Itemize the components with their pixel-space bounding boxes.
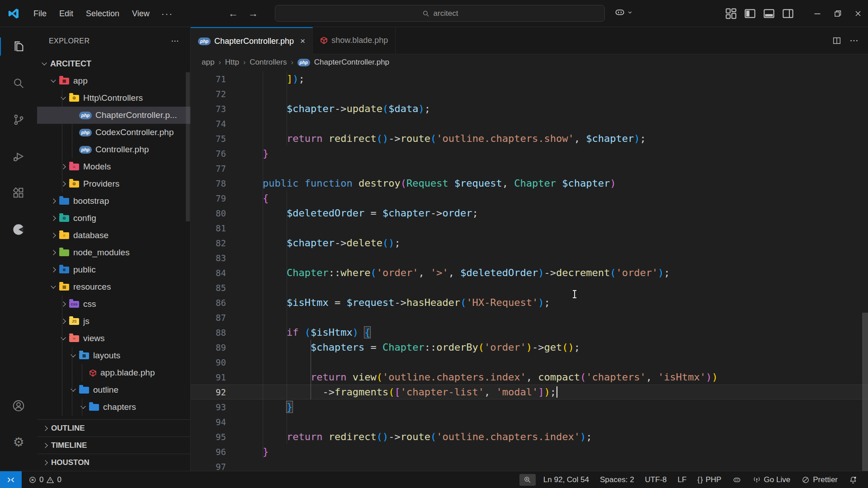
line-number[interactable]: 93 [191,402,226,412]
code-line-88[interactable]: 88 if ($isHtmx) { [191,325,868,340]
line-number[interactable]: 82 [191,238,226,248]
code-line-75[interactable]: 75 return redirect()->route('outline.cha… [191,131,868,146]
tab-show-blade-php[interactable]: show.blade.php [313,27,396,54]
nav-forward-button[interactable]: → [248,8,258,19]
line-number[interactable]: 95 [191,432,226,442]
code-line-92[interactable]: 92 ->fragments(['chapter-list', 'modal']… [191,385,868,399]
tree-item-resources[interactable]: ▤resources [37,278,190,296]
menu-more-button[interactable]: ··· [156,6,179,22]
line-number[interactable]: 76 [191,149,226,159]
code-line-81[interactable]: 81 [191,221,868,235]
line-number[interactable]: 96 [191,447,226,457]
tree-item-css[interactable]: csscss [37,296,190,313]
code-line-91[interactable]: 91 return view('outline.chapters.index',… [191,370,868,385]
code-line-83[interactable]: 83 [191,250,868,265]
code-line-71[interactable]: 71 ]); [191,71,868,86]
line-number[interactable]: 81 [191,223,226,233]
line-number[interactable]: 84 [191,268,226,278]
code-line-86[interactable]: 86 $isHtmx = $request->hasHeader('HX-Req… [191,295,868,310]
tree-item-bootstrap[interactable]: bootstrap [37,192,190,210]
status-prettier[interactable]: Prettier [798,474,841,485]
editor-scrollbar[interactable] [862,313,868,471]
breadcrumb-item-file[interactable]: ChapterController.php [314,58,389,67]
tree-item-public[interactable]: ⊕public [37,261,190,278]
menu-edit[interactable]: Edit [53,6,80,21]
line-number[interactable]: 86 [191,298,226,308]
command-center-search[interactable]: arcitect [275,5,605,22]
tree-item-layouts[interactable]: ▦layouts [37,347,190,364]
status-zoom-indicator[interactable] [519,474,536,486]
tree-item-app[interactable]: ▦app [37,72,190,89]
code-line-78[interactable]: 78 public function destroy(Request $requ… [191,176,868,191]
line-number[interactable]: 90 [191,357,226,367]
code-line-85[interactable]: 85 [191,280,868,295]
problems-indicator[interactable]: 0 0 [28,475,61,484]
tree-item-codexcontroller-php[interactable]: phpCodexController.php [37,124,190,141]
tree-root-arcitect[interactable]: ARCITECT [37,55,190,72]
tree-item-node-modules[interactable]: node_modules [37,244,190,261]
line-number[interactable]: 94 [191,417,226,427]
search-icon[interactable] [0,72,37,94]
code-line-76[interactable]: 76 } [191,146,868,161]
breadcrumb-item-controllers[interactable]: Controllers [250,58,287,67]
toggle-secondary-sidebar-icon[interactable] [781,7,795,20]
status-encoding[interactable]: UTF-8 [642,474,670,485]
line-number[interactable]: 85 [191,283,226,293]
line-number[interactable]: 78 [191,178,226,188]
tree-item-outline[interactable]: outline [37,381,190,399]
tree-item-app-blade-php[interactable]: app.blade.php [37,364,190,381]
line-number[interactable]: 88 [191,328,226,338]
code-line-82[interactable]: 82 $chapter->delete(); [191,235,868,250]
sidebar-section-timeline[interactable]: TIMELINE [37,436,190,454]
status-language[interactable]: { }PHP [694,474,725,485]
code-line-79[interactable]: 79 { [191,191,868,206]
code-line-96[interactable]: 96 } [191,444,868,459]
tree-item-chaptercontroller-p[interactable]: phpChapterController.p... [37,107,190,124]
ellipsis-icon[interactable] [170,37,179,46]
close-icon[interactable] [848,0,868,27]
tree-item-js[interactable]: JSjs [37,313,190,330]
status-go-live[interactable]: Go Live [749,474,794,485]
status-eol[interactable]: LF [675,474,690,485]
copilot-button[interactable] [614,6,633,18]
code-line-72[interactable]: 72 [191,86,868,101]
breadcrumb[interactable]: app›Http›Controllers›phpChapterControlle… [191,54,868,70]
line-number[interactable]: 87 [191,313,226,323]
sidebar-section-houston[interactable]: HOUSTON [37,454,190,471]
line-number[interactable]: 77 [191,164,226,174]
explorer-icon[interactable] [0,36,37,57]
sidebar-scrollbar[interactable] [186,72,190,221]
tree-item-views[interactable]: ‹›views [37,330,190,347]
toggle-panel-icon[interactable] [762,7,776,20]
settings-icon[interactable]: ⚙ [0,432,37,453]
tab-chaptercontroller-php[interactable]: phpChapterController.php× [191,27,313,54]
restore-icon[interactable] [827,0,848,27]
status-indentation[interactable]: Spaces: 2 [597,474,637,485]
status-notifications[interactable] [845,474,861,485]
accounts-icon[interactable] [0,395,37,417]
menu-file[interactable]: File [27,6,53,21]
tree-item-config[interactable]: ⚙config [37,210,190,227]
code-line-87[interactable]: 87 [191,310,868,325]
breadcrumb-item-app[interactable]: app [202,58,214,67]
code-editor[interactable]: 71 ]);7273 $chapter->update($data);7475 … [191,70,868,471]
tree-item-http-controllers[interactable]: ⚙Http\Controllers [37,89,190,107]
tree-item-providers[interactable]: ⚙Providers [37,175,190,192]
close-icon[interactable]: × [300,36,305,46]
code-line-97[interactable]: 97 [191,459,868,471]
code-line-94[interactable]: 94 [191,414,868,429]
code-line-89[interactable]: 89 $chapters = Chapter::orderBy('order')… [191,340,868,355]
tree-item-database[interactable]: ≡database [37,227,190,244]
line-number[interactable]: 79 [191,193,226,203]
source-control-icon[interactable] [0,109,37,131]
nav-back-button[interactable]: ← [228,8,238,19]
tree-item-controller-php[interactable]: phpController.php [37,141,190,158]
line-number[interactable]: 75 [191,134,226,144]
remote-indicator[interactable] [0,471,22,488]
menu-view[interactable]: View [126,6,156,21]
minimize-icon[interactable] [807,0,827,27]
code-line-73[interactable]: 73 $chapter->update($data); [191,101,868,116]
split-editor-icon[interactable] [832,36,842,46]
breadcrumb-item-http[interactable]: Http [225,58,239,67]
customize-layout-icon[interactable] [724,7,738,20]
